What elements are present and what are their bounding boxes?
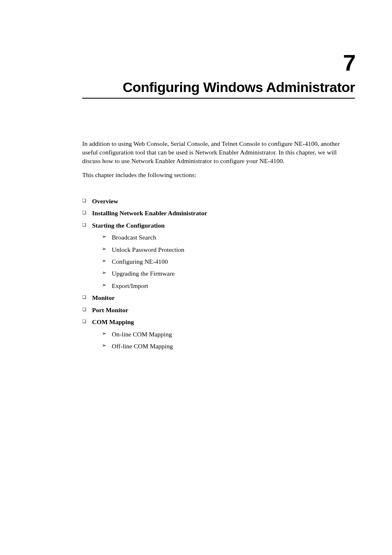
toc-entry: Overview — [82, 195, 355, 207]
sections-intro: This chapter includes the following sect… — [82, 171, 355, 179]
toc-entry: Broadcast Search — [82, 231, 355, 243]
toc-entry: COM Mapping — [82, 316, 355, 328]
toc-entry: Unlock Password Protection — [82, 244, 355, 256]
table-of-contents: Overview Installing Network Enabler Admi… — [82, 195, 355, 352]
toc-entry: On-line COM Mapping — [82, 328, 355, 340]
intro-paragraph: In addition to using Web Console, Serial… — [82, 140, 355, 166]
toc-entry: Off-line COM Mapping — [82, 340, 355, 352]
chapter-number: 7 — [82, 49, 355, 76]
toc-entry: Upgrading the Firmware — [82, 267, 355, 279]
toc-entry: Installing Network Enabler Administrator — [82, 207, 355, 219]
page-content: 7 Configuring Windows Administrator In a… — [0, 0, 392, 352]
toc-entry: Starting the Configuration — [82, 219, 355, 231]
toc-entry: Port Monitor — [82, 304, 355, 316]
toc-entry: Monitor — [82, 292, 355, 304]
toc-entry: Configuring NE-4100 — [82, 256, 355, 267]
chapter-title: Configuring Windows Administrator — [82, 79, 355, 99]
toc-entry: Export/Import — [82, 280, 355, 292]
